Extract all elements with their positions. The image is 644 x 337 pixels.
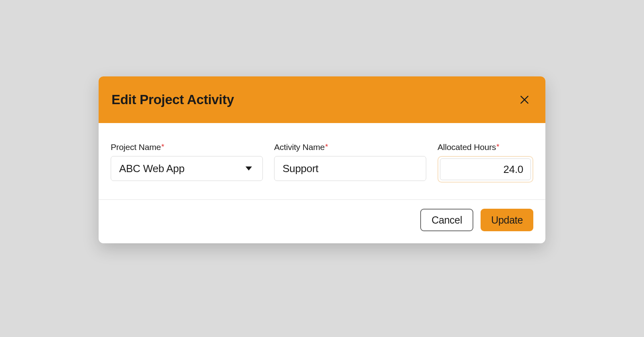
dialog-footer: Cancel Update [99, 199, 545, 243]
activity-name-input[interactable] [274, 156, 426, 181]
label-text: Allocated Hours [438, 142, 496, 152]
allocated-hours-input[interactable] [440, 158, 531, 180]
caret-down-icon [246, 166, 252, 171]
required-marker: * [325, 142, 328, 151]
project-name-select[interactable]: ABC Web App [111, 156, 263, 181]
activity-name-label: Activity Name* [274, 142, 426, 152]
activity-name-field: Activity Name* [274, 142, 426, 183]
label-text: Project Name [111, 142, 161, 152]
allocated-hours-label: Allocated Hours* [438, 142, 533, 152]
required-marker: * [161, 142, 164, 151]
edit-project-activity-dialog: Edit Project Activity Project Name* ABC … [99, 76, 545, 243]
close-button[interactable] [516, 92, 533, 108]
update-button[interactable]: Update [481, 209, 533, 231]
project-name-label: Project Name* [111, 142, 263, 152]
project-name-field: Project Name* ABC Web App [111, 142, 263, 183]
close-icon [519, 95, 530, 105]
allocated-hours-field: Allocated Hours* [438, 142, 533, 183]
dialog-header: Edit Project Activity [99, 76, 545, 123]
cancel-button[interactable]: Cancel [420, 209, 473, 231]
dialog-body: Project Name* ABC Web App Activity Name*… [99, 123, 545, 199]
project-name-value: ABC Web App [119, 162, 184, 175]
dialog-title: Edit Project Activity [111, 92, 234, 107]
label-text: Activity Name [274, 142, 325, 152]
allocated-hours-focus-ring [438, 156, 533, 183]
required-marker: * [496, 142, 499, 151]
